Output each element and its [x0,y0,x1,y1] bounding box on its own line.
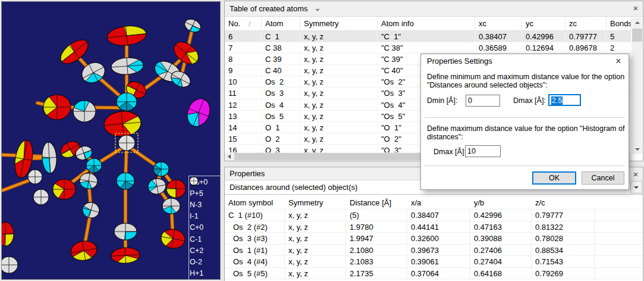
table-cell: 2 [607,42,632,53]
table-cell: 13 [225,111,262,121]
column-header-distance[interactable]: Distance [Å] [346,196,407,209]
legend-label: N-3 [190,201,202,209]
atoms-table-header: No./AtomSymmetryAtom infoxcyczcBonds [225,17,632,31]
column-header-bonds[interactable]: Bonds [607,17,632,30]
table-row[interactable]: 6C 1x, y, z"C 1"0.384070.429960.797775 [225,31,632,42]
table-cell: x, y, z [300,111,378,121]
ok-button[interactable]: OK [532,171,576,185]
dialog-section1-text-line1: Define minimum and maximum distance valu… [427,73,624,81]
atom-ellipsoid [2,257,18,273]
table-cell: 0.89678 [566,42,607,53]
column-header-xc[interactable]: xc [475,17,522,30]
column-header-spacer [595,196,643,209]
close-properties-panel-button[interactable]: × [630,168,642,180]
table-cell: 0.79777 [566,31,607,42]
table-cell: Os 4 (#4) [225,256,285,267]
table-row[interactable]: Os 2 (#2)x, y, z1.97800.441410.471630.81… [225,221,643,233]
table-cell: O 2 [262,133,300,144]
column-header-atominfo[interactable]: Atom info [378,17,475,30]
sort-ascending-icon: / [249,20,250,27]
table-row[interactable]: Os 5 (#5)x, y, z2.17350.370640.641680.79… [225,267,643,279]
table-cell: 0.42996 [522,31,566,42]
atoms-table-vertical-scrollbar[interactable] [632,18,642,154]
column-header-atomsymbol[interactable]: Atom symbol [225,196,285,209]
table-cell: x, y, z [300,31,378,42]
table-cell: 1.9947 [346,233,407,244]
table-cell: C 1 [262,31,300,42]
properties-table-body: C 1 (#10)x, y, z(5)0.384070.429960.79777… [225,209,643,281]
atom-ellipsoid [159,227,186,250]
table-cell: O 1 [262,122,300,133]
atom-ellipsoid [117,93,137,111]
structure-viewport[interactable]: Os+0P+5N-3I-1C+0C-1C+2O-2H+1 [1,1,221,280]
panel-menu-chevron-icon[interactable] [315,9,320,11]
column-header-symmetry[interactable]: Symmetry [285,196,346,209]
column-header-symmetry[interactable]: Symmetry [300,17,378,30]
column-header-zc[interactable]: z/c [532,196,595,209]
legend-label: O-2 [190,258,202,266]
table-cell: x, y, z [285,256,346,267]
properties-mode-dropdown-button[interactable] [630,181,642,193]
table-cell: 12 [225,99,262,110]
table-row[interactable]: 7C 38x, y, z"C 38"0.365890.126940.896782 [225,42,632,54]
table-cell: 16 [225,145,262,152]
table-cell: Os 5 (#5) [225,268,285,279]
atom-ellipsoid [111,247,140,264]
table-cell [595,233,643,244]
cancel-button[interactable]: Cancel [582,171,624,185]
table-cell: 0.38407 [407,210,470,221]
legend-item-o2: O-2 [190,257,220,267]
atom-ellipsoid [183,95,213,130]
table-cell: "C 1" [378,31,475,42]
column-header-yb[interactable]: y/b [470,196,532,209]
column-header-no[interactable]: No./ [225,17,262,30]
atom-ellipsoid [118,135,135,151]
dmax-histogram-input[interactable]: 10 [465,145,501,157]
table-cell: x, y, z [300,65,378,76]
legend-label: P+5 [190,189,203,198]
vertical-scroll-thumb[interactable] [632,29,642,42]
legend-item-n3: N-3 [190,199,220,210]
column-header-xa[interactable]: x/a [407,196,470,209]
crystal-structure-app: Os+0P+5N-3I-1C+0C-1C+2O-2H+1 Table of cr… [0,0,644,281]
column-header-yc[interactable]: yc [522,17,566,30]
atom-sphere-icon [189,176,199,186]
scroll-up-icon[interactable] [632,18,642,27]
column-header-zc[interactable]: zc [566,17,607,30]
dmin-input[interactable]: 0 [466,95,500,107]
properties-mode-value: Distances around (selected) object(s) [230,183,357,192]
table-cell: 15 [225,133,262,144]
close-atoms-panel-button[interactable]: × [630,2,642,14]
table-row[interactable]: Os 3 (#3)x, y, z1.99470.326000.390880.78… [225,232,643,244]
table-row[interactable]: C 1 (#10)x, y, z(5)0.384070.429960.79777 [225,209,643,221]
atom-ellipsoid [167,180,186,198]
table-cell: 0.42996 [470,210,532,221]
table-cell: (5) [346,210,407,221]
table-cell: 0.71543 [532,256,595,267]
table-cell: 2.1735 [346,268,407,279]
scroll-down-icon[interactable] [632,145,642,154]
table-cell: Os 4 [262,99,300,110]
table-row[interactable]: Os 1 (#1)x, y, z2.10800.396730.274060.88… [225,244,643,256]
dialog-close-icon[interactable]: × [608,54,629,68]
column-header-atom[interactable]: Atom [262,17,300,30]
dmax-input[interactable]: 2.5 [548,94,581,106]
table-cell: x, y, z [300,54,378,64]
table-cell [595,256,643,267]
legend-label: C+2 [190,246,203,255]
table-cell: Os 5 [262,111,300,121]
table-cell: Os 1 (#1) [225,245,285,256]
dialog-separator-2 [425,166,625,166]
atoms-panel-header: Table of created atoms [225,1,643,17]
table-row[interactable]: Os 4 (#4)x, y, z2.10830.390610.274040.71… [225,255,643,267]
dmax-histogram-label: Dmax [Å]: [433,146,466,158]
table-cell: x, y, z [300,42,378,53]
table-cell: 11 [225,88,262,98]
atom-ellipsoid [111,57,144,76]
properties-panel-title: Properties [230,169,265,178]
table-cell: 0.39088 [470,233,532,244]
table-cell: x, y, z [285,233,346,244]
scroll-left-icon[interactable] [225,152,234,161]
dialog-title: Properties Settings [421,54,629,68]
table-cell [595,268,643,279]
